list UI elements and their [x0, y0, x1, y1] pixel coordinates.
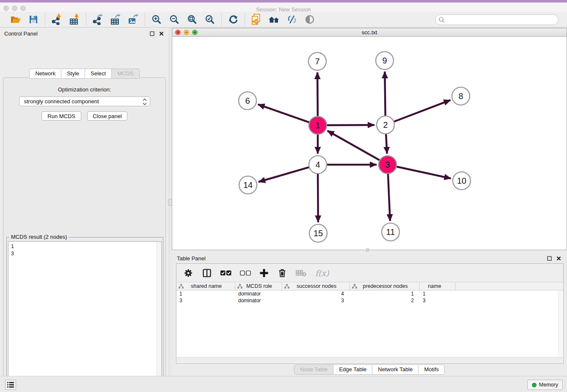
open-folder-icon [10, 14, 21, 25]
zoom-fit-button[interactable] [186, 14, 198, 25]
network-window-titlebar[interactable]: scc.txt [172, 28, 567, 37]
node-label: 11 [386, 227, 395, 237]
table-scrollbar[interactable] [558, 291, 563, 356]
panel-splitter[interactable] [169, 28, 172, 376]
graph-node-2[interactable]: 2 [377, 116, 394, 134]
graph-node-11[interactable]: 11 [382, 223, 399, 241]
column-header-name[interactable]: name [420, 282, 456, 290]
graph-edge-2-8[interactable] [394, 100, 451, 121]
graph-node-10[interactable]: 10 [453, 172, 471, 190]
column-header-shared-name[interactable]: shared name [176, 282, 235, 290]
column-header-MCDS-role[interactable]: MCDS role [235, 282, 282, 290]
node-table[interactable]: shared nameMCDS rolesuccessor nodesprede… [176, 282, 563, 304]
delete-table-button[interactable] [296, 269, 307, 277]
style-toggle-button[interactable] [286, 14, 298, 25]
tab-style[interactable]: Style [61, 69, 85, 79]
tab-edge-table[interactable]: Edge Table [333, 364, 372, 375]
graph-node-1[interactable]: 1 [309, 116, 327, 134]
table-hscroll-area[interactable] [177, 357, 563, 363]
tab-select[interactable]: Select [85, 69, 112, 79]
close-table-panel-button[interactable] [555, 255, 562, 262]
graph-node-9[interactable]: 9 [376, 52, 394, 69]
export-network-button[interactable] [92, 14, 104, 25]
graphics-details-icon [305, 14, 315, 25]
graph-node-14[interactable]: 14 [239, 176, 257, 194]
network-from-file-button[interactable] [250, 14, 262, 25]
first-neighbors-button[interactable] [268, 14, 280, 25]
table-row[interactable]: 3dominator323 [176, 297, 563, 304]
graph-node-7[interactable]: 7 [308, 52, 326, 70]
select-all-button[interactable] [220, 270, 231, 276]
zoom-selected-button[interactable] [204, 14, 216, 25]
table-cell[interactable]: 4 [282, 290, 350, 297]
task-history-button[interactable] [5, 380, 16, 390]
close-panel-button[interactable] [158, 30, 165, 37]
optimization-criterion-select[interactable]: strongly connected component [19, 97, 150, 106]
mcds-result-area[interactable]: 1 3 [8, 241, 162, 392]
node-label: 10 [457, 176, 466, 185]
graph-edge-2-3[interactable] [386, 134, 387, 154]
table-cell[interactable]: dominator [235, 297, 282, 304]
graphics-details-button[interactable] [304, 14, 316, 25]
result-scrollbar[interactable] [157, 242, 161, 392]
window-resize-notch[interactable] [366, 248, 369, 251]
graph-node-4[interactable]: 4 [309, 156, 327, 174]
deselect-all-button[interactable] [240, 270, 251, 276]
run-mcds-button[interactable]: Run MCDS [41, 111, 81, 121]
float-panel-button[interactable] [149, 30, 155, 37]
graph-node-15[interactable]: 15 [309, 224, 327, 242]
table-cell[interactable]: 1 [420, 290, 456, 297]
table-toolbar: f(x) [176, 264, 563, 282]
tab-mcds[interactable]: MCDS [112, 69, 139, 79]
export-table-button[interactable] [110, 14, 121, 25]
sort-tree-icon [284, 284, 289, 289]
open-session-button[interactable] [10, 14, 22, 25]
graph-edge-3-10[interactable] [396, 166, 451, 178]
function-builder-button[interactable]: f(x) [315, 268, 329, 278]
tab-node-table[interactable]: Node Table [294, 364, 334, 375]
column-header-predecessor-nodes[interactable]: predecessor nodes [350, 282, 420, 290]
node-label: 6 [245, 96, 250, 105]
network-canvas[interactable]: 7968124314101511 [172, 37, 567, 250]
table-settings-button[interactable] [183, 268, 193, 278]
table-cell[interactable]: 2 [350, 297, 420, 304]
graph-node-6[interactable]: 6 [239, 92, 256, 110]
main-toolbar [0, 12, 567, 28]
table-cell[interactable]: 3 [420, 297, 456, 304]
graph-edge-1-6[interactable] [258, 105, 310, 122]
import-table-button[interactable] [69, 14, 80, 25]
delete-column-button[interactable] [277, 268, 287, 278]
import-network-button[interactable] [51, 14, 63, 25]
refresh-button[interactable] [227, 14, 239, 25]
graph-node-3[interactable]: 3 [379, 156, 396, 174]
column-header-successor-nodes[interactable]: successor nodes [282, 282, 350, 290]
create-column-button[interactable] [259, 268, 269, 278]
graph-edge-4-14[interactable] [259, 167, 309, 182]
uncheck-all-icon [240, 270, 251, 276]
graph-edge-2-9[interactable] [385, 72, 385, 116]
search-input[interactable] [435, 14, 559, 25]
close-panel-action-button[interactable]: Close panel [87, 111, 127, 121]
table-cell[interactable]: dominator [235, 290, 282, 297]
zoom-in-button[interactable] [151, 14, 162, 25]
table-row[interactable]: 1dominator411 [176, 290, 563, 297]
tab-network-table[interactable]: Network Table [372, 364, 418, 375]
float-table-panel-button[interactable] [546, 255, 553, 262]
export-image-button[interactable] [127, 14, 139, 25]
tab-motifs[interactable]: Motifs [418, 364, 445, 375]
graph-edge-1-2[interactable] [327, 125, 374, 125]
memory-button[interactable]: Memory [527, 380, 563, 390]
show-columns-button[interactable] [202, 268, 212, 278]
graph-node-8[interactable]: 8 [452, 87, 470, 105]
graph-edge-3-11[interactable] [388, 174, 390, 221]
table-cell[interactable]: 3 [282, 297, 350, 304]
tab-network[interactable]: Network [29, 69, 61, 79]
table-cell[interactable]: 3 [176, 297, 235, 304]
zoom-out-button[interactable] [168, 14, 180, 25]
graph-edge-1-7[interactable] [317, 72, 318, 116]
table-cell[interactable]: 1 [176, 290, 235, 297]
table-cell[interactable]: 1 [350, 290, 420, 297]
graph-edge-3-1[interactable] [328, 131, 380, 160]
graph-edge-4-15[interactable] [318, 174, 318, 222]
save-session-button[interactable] [28, 14, 39, 25]
